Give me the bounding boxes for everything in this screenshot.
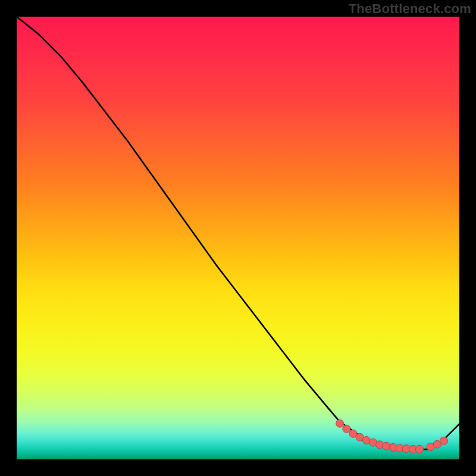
chart-svg bbox=[17, 17, 459, 459]
chart-highlight-dots bbox=[336, 419, 448, 453]
highlight-dot bbox=[336, 419, 344, 427]
highlight-dot bbox=[440, 437, 448, 444]
highlight-dot bbox=[416, 445, 424, 453]
chart-curve bbox=[17, 17, 459, 450]
highlight-dot bbox=[343, 425, 350, 433]
chart-frame: TheBottleneck.com bbox=[0, 0, 476, 476]
watermark-text: TheBottleneck.com bbox=[349, 1, 471, 17]
highlight-dot bbox=[383, 442, 390, 450]
